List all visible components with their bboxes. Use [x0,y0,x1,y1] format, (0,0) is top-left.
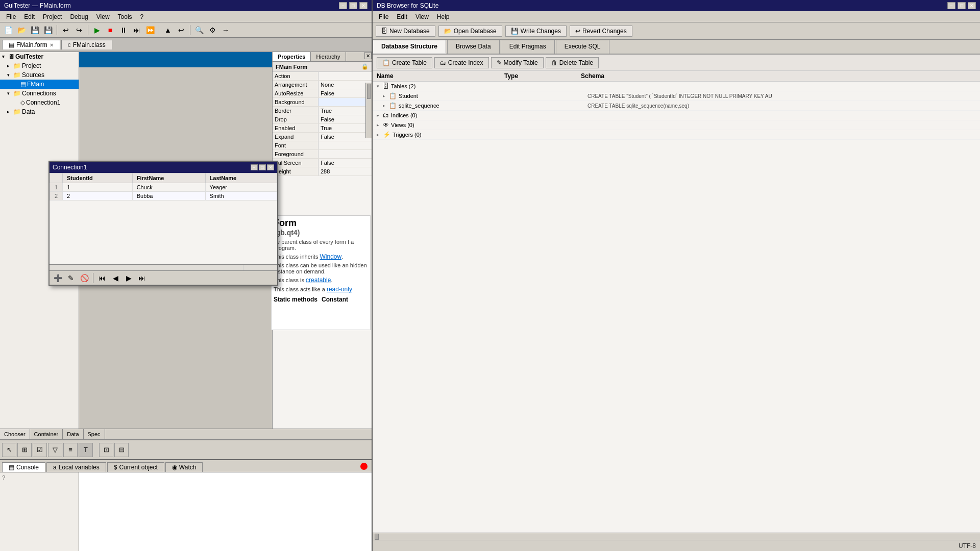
table-row[interactable]: 1 1 Chuck Yeager [50,183,277,192]
tree-item-connections[interactable]: ▾ 📁 Connections [0,89,79,98]
tree-item-data[interactable]: ▸ 📁 Data [0,107,79,116]
doc-link-readonly[interactable]: read-only [327,286,352,293]
widget-grid-button[interactable]: ⊞ [17,443,32,457]
menu-file[interactable]: File [2,12,20,21]
widget-table2-button[interactable]: ⊟ [114,443,129,457]
left-maximize-button[interactable]: □ [349,2,357,9]
menu-edit[interactable]: Edit [20,12,39,21]
tb-new-button[interactable]: 📄 [2,24,14,36]
doc-link-window[interactable]: Window [320,253,341,260]
prop-row-fullscreen[interactable]: FullScreen False [273,159,372,167]
widget-table-button[interactable]: ⊡ [99,443,113,457]
chooser-tab-container[interactable]: Container [30,429,63,439]
props-tab-properties[interactable]: Properties [273,52,311,61]
prop-row-enabled[interactable]: Enabled True [273,124,372,133]
db-node-sqlite-sequence[interactable]: ▸ 📋 sqlite_sequence CREATE TABLE sqlite_… [373,101,980,111]
db-node-indices[interactable]: ▸ 🗂 Indices (0) [373,111,980,120]
tree-item-connection1[interactable]: ◇ Connection1 [0,98,79,107]
menu-debug[interactable]: Debug [66,12,92,21]
float-maximize-button[interactable]: □ [259,164,266,170]
left-minimize-button[interactable]: − [339,2,347,9]
float-tb-prev-button[interactable]: ◀ [109,272,121,284]
menu-help[interactable]: ? [136,12,148,21]
bottom-tab-localvars[interactable]: a Local variables [46,462,106,472]
float-tb-last-button[interactable]: ⏭ [136,272,148,284]
props-scrollbar[interactable] [365,83,372,138]
db-node-tables[interactable]: ▾ 🗄 Tables (2) [373,82,980,91]
tab-edit-pragmas[interactable]: Edit Pragmas [501,40,555,54]
tree-item-fmain[interactable]: ▤ FMain [0,80,79,89]
right-minimize-button[interactable]: − [947,2,955,9]
float-minimize-button[interactable]: − [251,164,258,170]
prop-row-border[interactable]: Border True [273,107,372,115]
float-close-button[interactable]: ✕ [267,164,274,170]
db-node-triggers[interactable]: ▸ ⚡ Triggers (0) [373,130,980,140]
prop-row-foreground[interactable]: Foreground [273,150,372,159]
menu-tools[interactable]: Tools [114,12,136,21]
chooser-tab-chooser[interactable]: Chooser [0,429,30,439]
tb-config-button[interactable]: ⚙ [206,24,218,36]
file-tab-form-close[interactable]: ✕ [50,42,54,48]
bottom-tab-watch[interactable]: ◉ Watch [165,462,203,472]
db-node-student[interactable]: ▸ 📋 Student CREATE TABLE "Student" ( `St… [373,91,980,101]
tb-debug-button[interactable]: ⏭ [131,24,143,36]
widget-check-button[interactable]: ☑ [33,443,47,457]
tb-arrow-right-button[interactable]: → [219,24,232,36]
widget-list-button[interactable]: ≡ [63,443,78,457]
float-tb-add-button[interactable]: ➕ [52,272,64,284]
tb-pause-button[interactable]: ⏸ [117,24,130,36]
prop-row-drop[interactable]: Drop False [273,115,372,124]
create-index-button[interactable]: 🗂 Create Index [434,57,489,68]
left-close-button[interactable]: ✕ [359,2,368,9]
prop-row-height[interactable]: Height 288 [273,167,372,176]
widget-text-button[interactable]: T [79,443,93,457]
right-close-button[interactable]: ✕ [968,2,976,9]
file-tab-class[interactable]: c FMain.class [61,40,112,49]
db-hscroll[interactable] [373,533,980,540]
prop-row-autoresize[interactable]: AutoResize False [273,89,372,98]
delete-table-button[interactable]: 🗑 Delete Table [546,57,599,68]
open-database-button[interactable]: 📂 Open Database [438,26,502,37]
prop-row-font[interactable]: Font [273,141,372,150]
float-tb-next-button[interactable]: ▶ [122,272,135,284]
prop-row-expand[interactable]: Expand False [273,133,372,141]
right-menu-edit[interactable]: Edit [393,12,411,21]
right-menu-help[interactable]: Help [433,12,454,21]
float-tb-edit-button[interactable]: ✎ [65,272,77,284]
bottom-tab-console[interactable]: ▤ Console [2,462,45,472]
db-node-views[interactable]: ▸ 👁 Views (0) [373,120,980,130]
tb-step-over-button[interactable]: ⏩ [144,24,156,36]
tb-run-button[interactable]: ▶ [91,24,103,36]
right-menu-view[interactable]: View [411,12,433,21]
right-menu-file[interactable]: File [375,12,393,21]
doc-link-creatable[interactable]: creatable [306,277,331,284]
table-row[interactable]: 2 2 Bubba Smith [50,192,277,201]
widget-cursor-button[interactable]: ↖ [2,443,16,457]
props-close-button[interactable]: ✕ [364,52,372,59]
file-tab-form[interactable]: ▤ FMain.form ✕ [2,40,60,49]
revert-changes-button[interactable]: ↩ Revert Changes [570,26,632,37]
tb-undo-button[interactable]: ↩ [60,24,72,36]
tb-search-button[interactable]: 🔍 [193,24,205,36]
tab-browse-data[interactable]: Browse Data [447,40,500,54]
right-maximize-button[interactable]: □ [958,2,966,9]
tab-database-structure[interactable]: Database Structure [373,40,446,54]
tb-redo-button[interactable]: ↪ [73,24,85,36]
widget-dropdown-button[interactable]: ▽ [48,443,62,457]
tb-stop-button[interactable]: ■ [104,24,116,36]
menu-view[interactable]: View [92,12,114,21]
tree-item-guitester[interactable]: ▾ 🖥 GuiTester [0,52,79,61]
float-hscroll[interactable] [50,264,277,270]
prop-row-action[interactable]: Action [273,72,372,81]
float-tb-first-button[interactable]: ⏮ [96,272,108,284]
prop-row-arrangement[interactable]: Arrangement None [273,81,372,89]
write-changes-button[interactable]: 💾 Write Changes [505,26,567,37]
create-table-button[interactable]: 📋 Create Table [377,57,432,68]
tree-item-sources[interactable]: ▾ 📁 Sources [0,70,79,80]
chooser-tab-spec[interactable]: Spec [84,429,105,439]
tb-open-button[interactable]: 📂 [15,24,28,36]
tb-clear-button[interactable]: ↩ [175,24,187,36]
tb-breakpoint-button[interactable]: ▲ [162,24,174,36]
modify-table-button[interactable]: ✎ Modify Table [491,57,544,68]
tb-save-button[interactable]: 💾 [29,24,41,36]
